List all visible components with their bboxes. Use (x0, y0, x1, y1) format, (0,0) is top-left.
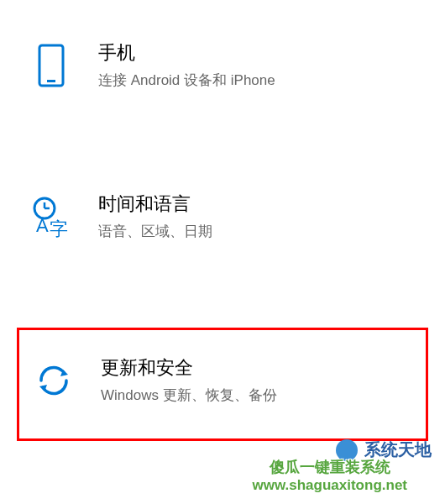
svg-rect-1 (47, 80, 55, 82)
watermark-line2: www.shaguaxitong.net (253, 477, 408, 494)
item-text: 时间和语言 语音、区域、日期 (98, 192, 212, 241)
phone-icon (29, 44, 73, 87)
settings-item-update-security[interactable]: 更新和安全 Windows 更新、恢复、备份 (17, 328, 428, 441)
svg-text:字: 字 (50, 218, 68, 239)
settings-item-time-language[interactable]: A 字 时间和语言 语音、区域、日期 (17, 176, 428, 256)
item-subtitle: Windows 更新、恢复、备份 (101, 386, 277, 405)
settings-item-phone[interactable]: 手机 连接 Android 设备和 iPhone (17, 25, 428, 105)
item-text: 更新和安全 Windows 更新、恢复、备份 (101, 355, 277, 405)
svg-rect-0 (39, 45, 63, 86)
time-language-icon: A 字 (29, 195, 73, 239)
svg-text:A: A (36, 215, 49, 236)
watermark: 傻瓜一键重装系统 www.shaguaxitong.net (253, 457, 408, 494)
item-title: 更新和安全 (101, 355, 277, 381)
item-subtitle: 语音、区域、日期 (98, 222, 212, 241)
badge-text: 系统天地 (364, 440, 432, 459)
watermark-line1: 傻瓜一键重装系统 (253, 457, 408, 477)
item-title: 时间和语言 (98, 192, 212, 217)
item-text: 手机 连接 Android 设备和 iPhone (98, 40, 275, 90)
item-subtitle: 连接 Android 设备和 iPhone (98, 71, 275, 90)
sync-icon (32, 359, 76, 402)
settings-list: 手机 连接 Android 设备和 iPhone A 字 时间和语言 语音、区域… (0, 0, 445, 466)
item-title: 手机 (98, 40, 275, 66)
